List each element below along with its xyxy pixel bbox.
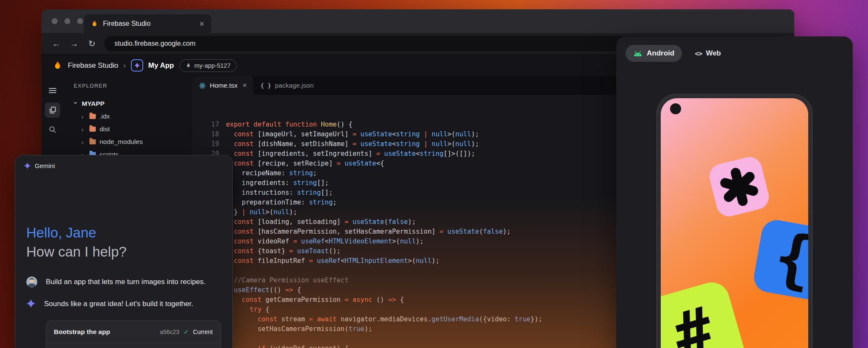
chevron-right-icon: › <box>81 113 86 120</box>
desktop-background: Firebase Studio × ← → ↻ studio.firebase.… <box>0 0 868 348</box>
app-preview-screen[interactable]: { # <box>661 98 808 348</box>
explorer-item-label: .idx <box>100 113 110 120</box>
tab-close-icon[interactable]: × <box>242 81 247 90</box>
line-number: 18 <box>192 130 219 139</box>
pink-shape <box>707 155 772 219</box>
folder-icon <box>89 127 96 132</box>
browser-titlebar: Firebase Studio × <box>42 9 794 33</box>
breadcrumb-separator: › <box>123 61 126 70</box>
android-toggle-label: Android <box>647 49 674 58</box>
workspace-icon <box>186 63 191 68</box>
explorer-icon[interactable] <box>45 102 60 118</box>
firebase-favicon-icon <box>91 20 98 28</box>
file-tree: › MYAPP ›.idx›dist›node_modules›scripts <box>74 97 192 161</box>
back-icon[interactable]: ← <box>47 39 65 49</box>
android-toggle[interactable]: Android <box>626 45 682 62</box>
folder-icon <box>89 139 96 144</box>
assistant-message-text: Sounds like a great idea! Let's build it… <box>44 298 193 309</box>
user-message: Build an app that lets me turn images in… <box>26 276 222 287</box>
minimize-window-button[interactable] <box>64 18 70 24</box>
explorer-item-label: dist <box>100 125 110 133</box>
app-name[interactable]: My App <box>148 61 174 70</box>
asterisk-icon <box>715 163 763 210</box>
tab-title: Firebase Studio <box>103 20 195 28</box>
tab-close-icon[interactable]: × <box>199 19 204 28</box>
web-toggle[interactable]: <> Web <box>695 49 721 58</box>
tab-home-tsx[interactable]: Home.tsx × <box>192 76 253 95</box>
code-brackets-icon: <> <box>695 50 702 58</box>
search-icon[interactable] <box>45 122 60 137</box>
bootstrap-card: Bootstrap the app a56c23 ✓ Current src/p… <box>46 320 221 348</box>
gemini-title: Gemini <box>35 162 55 169</box>
close-window-button[interactable] <box>52 18 58 24</box>
maximize-window-button[interactable] <box>77 18 83 24</box>
hash-icon: # <box>667 298 720 348</box>
brand-link[interactable]: Firebase Studio <box>68 61 118 70</box>
gemini-sparkle-icon <box>26 299 36 308</box>
url-text: studio.firebase.google.com <box>114 40 195 47</box>
tab-package-json[interactable]: { } package.json <box>253 76 320 95</box>
chevron-right-icon: › <box>81 126 86 133</box>
explorer-item-dist[interactable]: ›dist <box>74 123 192 135</box>
forward-icon[interactable]: → <box>65 39 83 49</box>
brace-icon: { <box>770 224 808 293</box>
device-frame: { # <box>657 94 812 348</box>
explorer-root-myapp[interactable]: › MYAPP <box>74 97 192 110</box>
app-id-badge[interactable]: my-app-5127 <box>179 59 237 72</box>
user-message-text: Build an app that lets me turn images in… <box>46 276 206 287</box>
status-badge: Current <box>193 329 213 335</box>
user-avatar <box>26 276 37 287</box>
device-preview-panel: Android <> Web { # <box>616 36 853 348</box>
root-label: MYAPP <box>82 100 105 108</box>
tab-label: Home.tsx <box>210 82 237 89</box>
check-icon: ✓ <box>184 329 189 335</box>
card-title: Bootstrap the app <box>54 328 156 336</box>
android-icon <box>633 50 643 57</box>
explorer-item-node_modules[interactable]: ›node_modules <box>74 135 192 148</box>
chevron-down-icon: › <box>72 102 80 106</box>
bootstrap-card-header[interactable]: Bootstrap the app a56c23 ✓ Current <box>46 321 220 343</box>
window-controls[interactable] <box>52 18 83 24</box>
line-number: 19 <box>192 139 219 149</box>
gemini-greeting: Hello, Jane How can I help? <box>26 223 127 261</box>
explorer-item-.idx[interactable]: ›.idx <box>74 110 192 123</box>
gemini-header: Gemini <box>24 162 55 169</box>
green-shape: # <box>661 278 748 348</box>
greeting-line-1: Hello, Jane <box>26 223 127 242</box>
firebase-logo-icon <box>53 61 63 71</box>
blue-shape: { <box>751 218 808 302</box>
explorer-tree-items: ›.idx›dist›node_modules›scripts <box>74 110 192 161</box>
assistant-message: Sounds like a great idea! Let's build it… <box>26 298 222 309</box>
react-icon <box>199 82 206 89</box>
greeting-line-2: How can I help? <box>26 242 127 261</box>
commit-hash: a56c23 <box>160 329 179 335</box>
preview-toggle-group: Android <> Web <box>626 45 721 62</box>
tab-label: package.json <box>275 82 314 89</box>
web-toggle-label: Web <box>706 49 721 58</box>
reload-icon[interactable]: ↻ <box>83 39 101 49</box>
gemini-panel: Gemini Hello, Jane How can I help? Build… <box>15 155 233 348</box>
folder-icon <box>89 114 96 119</box>
chevron-right-icon: › <box>81 138 86 146</box>
app-icon <box>131 59 143 72</box>
browser-tab[interactable]: Firebase Studio × <box>84 14 211 33</box>
changed-file-row[interactable]: src/pages/Home.tsx +122 <box>46 343 220 348</box>
camera-punch-hole <box>670 103 681 114</box>
explorer-item-label: node_modules <box>100 138 143 146</box>
json-icon: { } <box>260 82 271 89</box>
app-id-text: my-app-5127 <box>195 62 231 69</box>
gemini-sparkle-icon <box>24 162 31 169</box>
menu-icon[interactable] <box>45 83 60 98</box>
explorer-title: EXPLORER <box>74 83 192 89</box>
line-number: 17 <box>192 120 219 130</box>
